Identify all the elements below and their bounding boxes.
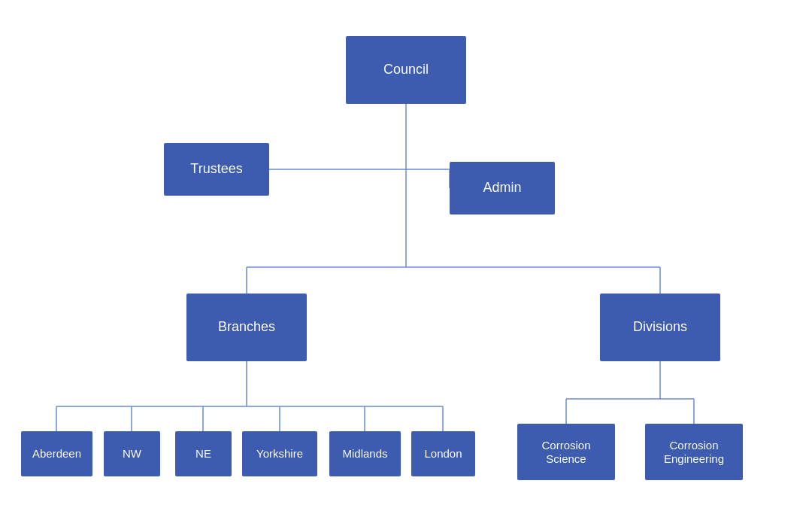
council-label: Council — [383, 62, 429, 78]
ne-label: NE — [195, 447, 211, 461]
node-branches: Branches — [186, 294, 307, 361]
corrosion-engineering-label: Corrosion Engineering — [653, 439, 735, 466]
node-divisions: Divisions — [600, 294, 720, 361]
node-yorkshire: Yorkshire — [242, 431, 317, 476]
node-council: Council — [346, 36, 466, 104]
node-ne: NE — [175, 431, 232, 476]
node-corrosion-engineering: Corrosion Engineering — [645, 424, 743, 480]
admin-label: Admin — [483, 180, 521, 196]
node-trustees: Trustees — [164, 143, 269, 196]
midlands-label: Midlands — [342, 447, 387, 461]
divisions-label: Divisions — [633, 319, 687, 336]
london-label: London — [424, 447, 462, 461]
node-london: London — [411, 431, 475, 476]
node-midlands: Midlands — [329, 431, 401, 476]
branches-label: Branches — [218, 319, 275, 336]
org-chart: Council Trustees Admin Branches Division… — [0, 0, 812, 508]
node-admin: Admin — [450, 162, 555, 214]
yorkshire-label: Yorkshire — [256, 447, 303, 461]
node-aberdeen: Aberdeen — [21, 431, 92, 476]
trustees-label: Trustees — [190, 161, 242, 178]
nw-label: NW — [123, 447, 141, 461]
aberdeen-label: Aberdeen — [32, 447, 81, 461]
node-corrosion-science: Corrosion Science — [517, 424, 615, 480]
corrosion-science-label: Corrosion Science — [525, 439, 607, 466]
node-nw: NW — [104, 431, 160, 476]
